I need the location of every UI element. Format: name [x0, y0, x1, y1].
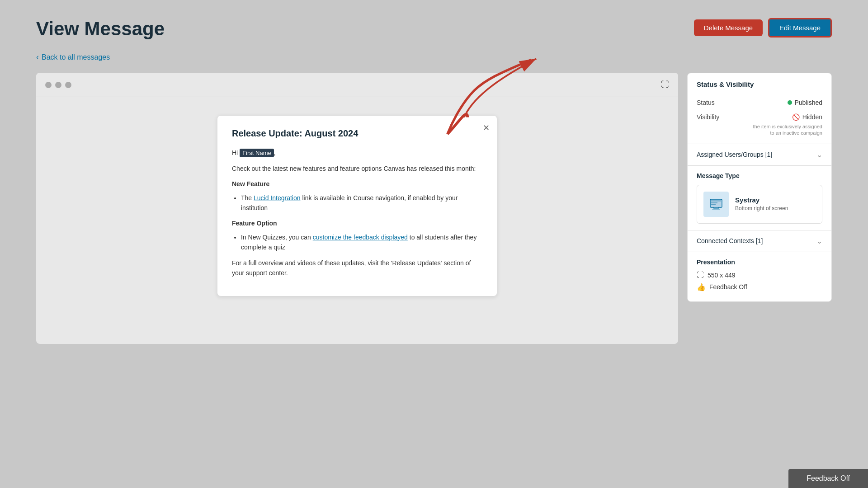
chevron-down-icon-2: ⌄	[816, 237, 822, 245]
panel-body: ✕ Release Update: August 2024 Hi First N…	[36, 97, 678, 305]
presentation-label: Presentation	[697, 258, 822, 266]
expand-icon[interactable]: ⛶	[661, 80, 669, 89]
window-dots	[45, 82, 71, 88]
firstname-badge: First Name	[240, 149, 274, 157]
bullet2-prefix: In New Quizzes, you can	[241, 234, 311, 241]
svg-rect-3	[711, 204, 716, 205]
message-body: Hi First Name, Check out the latest new …	[232, 148, 482, 278]
systray-name: Systray	[735, 196, 788, 204]
sidebar: Status & Visibility Status Published Vis…	[687, 73, 832, 302]
message-type-label: Message Type	[697, 172, 822, 179]
connected-contexts-label: Connected Contexts [1]	[697, 237, 763, 244]
message-close-button[interactable]: ✕	[483, 123, 490, 133]
hidden-icon: 🚫	[792, 113, 800, 121]
edit-message-button[interactable]: Edit Message	[768, 18, 832, 38]
svg-rect-1	[711, 200, 721, 202]
svg-rect-4	[714, 207, 718, 209]
connected-contexts-section: Connected Contexts [1] ⌄	[688, 230, 831, 252]
main-layout: ⛶ ✕ Release Update: August 2024 Hi First…	[36, 73, 832, 344]
systray-icon	[703, 192, 729, 217]
dot-3	[65, 82, 71, 88]
feedback-row: 👍 Feedback Off	[697, 283, 822, 291]
visibility-label: Visibility	[697, 113, 719, 121]
customize-feedback-link[interactable]: customize the feedback displayed	[313, 234, 408, 241]
message-card: ✕ Release Update: August 2024 Hi First N…	[217, 115, 497, 296]
systray-desc: Bottom right of screen	[735, 205, 788, 211]
status-visibility-section: Status & Visibility Status Published Vis…	[688, 73, 831, 144]
status-label: Status	[697, 99, 715, 106]
feedback-value: Feedback Off	[709, 283, 747, 291]
message-card-title: Release Update: August 2024	[232, 128, 482, 139]
message-preview-panel: ⛶ ✕ Release Update: August 2024 Hi First…	[36, 73, 678, 344]
svg-rect-2	[711, 202, 717, 203]
new-feature-heading: New Feature	[232, 179, 482, 189]
status-visibility-header: Status & Visibility	[688, 73, 831, 95]
visibility-row: Visibility 🚫 Hidden the item is exclusiv…	[688, 110, 831, 144]
chevron-left-icon: ‹	[36, 52, 39, 62]
top-actions-bar: Delete Message Edit Message	[694, 18, 832, 38]
message-type-section: Message Type	[688, 166, 831, 230]
status-row: Status Published	[688, 95, 831, 110]
greeting-prefix: Hi	[232, 149, 238, 156]
delete-message-button[interactable]: Delete Message	[694, 19, 763, 36]
back-link-label: Back to all messages	[42, 53, 110, 61]
connected-contexts-accordion[interactable]: Connected Contexts [1] ⌄	[688, 230, 831, 252]
status-value-text: Published	[795, 99, 823, 106]
published-dot	[788, 100, 792, 105]
visibility-value: 🚫 Hidden the item is exclusively assigne…	[750, 113, 822, 136]
resize-icon: ⛶	[697, 271, 704, 279]
thumbs-up-icon: 👍	[697, 283, 706, 291]
dot-1	[45, 82, 52, 88]
assigned-users-label: Assigned Users/Groups [1]	[697, 151, 772, 158]
chevron-down-icon: ⌄	[816, 150, 822, 159]
bullet1: The Lucid Integration link is available …	[241, 193, 482, 213]
back-link[interactable]: ‹ Back to all messages	[36, 52, 832, 62]
dimensions-row: ⛶ 550 x 449	[697, 271, 822, 279]
visibility-value-text: Hidden	[802, 113, 822, 121]
systray-info: Systray Bottom right of screen	[735, 196, 788, 212]
paragraph1: Check out the latest new features and fe…	[232, 164, 482, 174]
assigned-users-accordion[interactable]: Assigned Users/Groups [1] ⌄	[688, 144, 831, 165]
visibility-sub-text: the item is exclusively assigned to an i…	[750, 123, 822, 136]
dimensions-value: 550 x 449	[708, 272, 736, 279]
systray-card: Systray Bottom right of screen	[697, 185, 822, 224]
bullet1-prefix: The	[241, 194, 252, 202]
feedback-bar: Feedback Off	[788, 469, 868, 488]
dot-2	[55, 82, 61, 88]
presentation-section: Presentation ⛶ 550 x 449 👍 Feedback Off	[688, 252, 831, 301]
paragraph2: For a full overview and videos of these …	[232, 258, 482, 278]
bullet2: In New Quizzes, you can customize the fe…	[241, 232, 482, 253]
svg-rect-5	[712, 209, 720, 210]
status-value: Published	[788, 99, 823, 106]
greeting-suffix: ,	[274, 149, 276, 156]
assigned-users-section: Assigned Users/Groups [1] ⌄	[688, 144, 831, 166]
feature-option-heading: Feature Option	[232, 218, 482, 228]
panel-header: ⛶	[36, 73, 678, 97]
lucid-integration-link[interactable]: Lucid Integration	[254, 194, 301, 202]
